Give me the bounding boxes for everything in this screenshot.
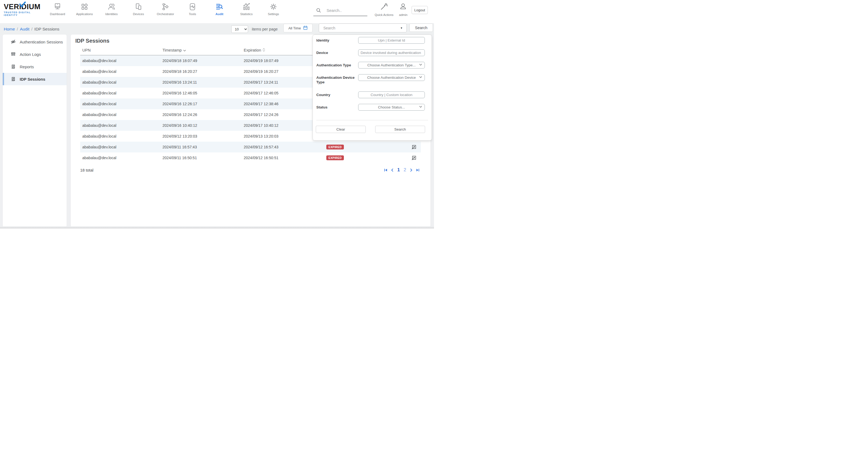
nav-item[interactable]: Audit [206, 2, 233, 20]
nav-item[interactable]: Devices [125, 2, 152, 20]
cell-timestamp: 2024/09/18 18:07:49 [162, 55, 197, 66]
nav-item-icon [134, 2, 143, 11]
filter-field-label: Status [316, 104, 358, 116]
top-nav-bar: VERIDIUM TRUSTED DIGITAL IDENTITY Dashbo… [0, 0, 434, 23]
filter-field-control[interactable] [358, 50, 425, 56]
bottom-fade [0, 226, 434, 228]
user-menu[interactable]: admin [396, 3, 410, 17]
page-size-select[interactable]: 10 [231, 25, 248, 33]
filter-field-control[interactable]: Choose Authentication Type... [358, 62, 425, 68]
filter-field-control[interactable] [358, 37, 425, 44]
pagination-prev-button[interactable] [391, 168, 394, 172]
open-session-button[interactable] [412, 153, 416, 163]
cell-timestamp: 2024/09/18 16:20:27 [162, 66, 197, 77]
cell-timestamp: 2024/09/16 12:46:05 [162, 88, 197, 98]
column-label: UPN [82, 48, 91, 52]
quick-actions-button[interactable]: Quick Actions [375, 3, 394, 17]
cell-upn: ababalau@dev.local [82, 120, 116, 131]
nav-item[interactable]: Applications [71, 2, 98, 20]
filter-fields: Identity Device [316, 37, 432, 116]
table-row[interactable]: ababalau@dev.local 2024/09/11 16:57:43 2… [80, 142, 421, 153]
pagination-page-number[interactable]: 1 [397, 167, 400, 173]
time-filter-button[interactable]: All Time [283, 24, 313, 32]
sort-icon[interactable] [262, 48, 265, 52]
table-column-header[interactable]: Timestamp [162, 48, 186, 52]
filter-text-input[interactable] [359, 50, 425, 56]
filter-select[interactable]: Choose Authentication Type... [359, 63, 425, 67]
filter-field-control[interactable]: Choose Status... [358, 104, 425, 110]
filter-field-row: Device [316, 50, 432, 62]
nav-item-label: Identities [105, 12, 118, 15]
breadcrumb-home-link[interactable]: Home [4, 27, 15, 32]
filter-field-row: Authentication Type Choose Authenticatio… [316, 62, 432, 74]
nav-item-icon [161, 2, 169, 11]
app-window: VERIDIUM TRUSTED DIGITAL IDENTITY Dashbo… [0, 0, 434, 228]
breadcrumb-separator: / [17, 27, 18, 32]
filter-field-control[interactable]: Choose Authentication Device [358, 74, 425, 81]
sidebar-item[interactable]: Action Logs [3, 48, 67, 60]
cell-expiration: 2024/09/12 16:50:51 [244, 153, 278, 163]
filter-text-input[interactable] [359, 37, 425, 44]
column-label: Timestamp [162, 48, 182, 52]
filter-text-input[interactable] [359, 92, 425, 98]
filter-panel: Identity Device [313, 35, 432, 140]
sidebar-item-label: Authentication Sessions [20, 40, 63, 44]
sidebar-item-icon [10, 64, 16, 69]
logout-button[interactable]: Logout [412, 6, 428, 14]
search-filter-placeholder: Search [323, 26, 400, 30]
nav-item-label: Dashboard [50, 12, 65, 15]
sidebar-item[interactable]: Reports [3, 60, 67, 73]
nav-item-icon [215, 2, 223, 11]
nav-item-label: Tools [189, 12, 196, 15]
filter-select[interactable]: Choose Authentication Device [359, 75, 425, 79]
global-search[interactable] [313, 5, 367, 16]
cell-upn: ababalau@dev.local [82, 77, 116, 88]
cell-expiration: 2024/09/17 12:46:05 [244, 88, 278, 98]
filter-search-button[interactable]: Search [375, 126, 425, 133]
filter-field-row: Country [316, 92, 432, 104]
search-filter-dropdown[interactable]: Search ▼ [319, 24, 407, 32]
cell-expiration: 2024/09/12 16:57:43 [244, 142, 278, 153]
cell-timestamp: 2024/09/16 10:40:12 [162, 120, 197, 131]
filter-clear-button[interactable]: Clear [316, 126, 366, 133]
pagination-page-number[interactable]: 2 [403, 167, 407, 173]
brand-check-icon [19, 2, 26, 9]
sidebar-item[interactable]: Authentication Sessions [3, 36, 67, 48]
filter-field-row: Status Choose Status... [316, 104, 432, 116]
cell-upn: ababalau@dev.local [82, 131, 116, 142]
filter-field-label: Country [316, 92, 358, 104]
nav-item[interactable]: Tools [179, 2, 206, 20]
nav-item[interactable]: Settings [260, 2, 287, 20]
nav-item-label: Applications [76, 12, 93, 15]
nav-item-label: Devices [133, 12, 144, 15]
cell-timestamp: 2024/09/16 12:24:26 [162, 109, 197, 120]
cell-upn: ababalau@dev.local [82, 88, 116, 98]
pagination-last-button[interactable] [416, 168, 420, 172]
filter-field-control[interactable] [358, 92, 425, 98]
filter-select[interactable]: Choose Status... [359, 105, 425, 109]
cell-timestamp: 2024/09/11 16:57:43 [162, 142, 197, 153]
nav-item[interactable]: Identities [98, 2, 125, 20]
sidebar-item-icon [10, 39, 16, 44]
breadcrumb-audit-link[interactable]: Audit [20, 27, 29, 32]
table-row[interactable]: ababalau@dev.local 2024/09/11 16:50:51 2… [80, 153, 421, 163]
nav-item[interactable]: Dashboard [44, 2, 71, 20]
filter-field-row: Authentication Device Type Choose Authen… [316, 74, 432, 92]
cell-upn: ababalau@dev.local [82, 98, 116, 109]
cell-timestamp: 2024/09/16 13:24:11 [162, 77, 197, 88]
sidebar-item[interactable]: IDP Sessions [3, 73, 67, 85]
global-search-input[interactable] [326, 8, 368, 13]
pagination-next-button[interactable] [410, 168, 413, 172]
toolbar-search-button[interactable]: Search [409, 24, 433, 32]
nav-item-label: Statistics [240, 12, 253, 15]
table-column-header[interactable]: Expiration [244, 48, 265, 52]
calendar-icon [303, 25, 308, 31]
time-filter-label: All Time [288, 26, 301, 30]
sort-icon[interactable] [183, 48, 186, 52]
brand-logo[interactable]: VERIDIUM TRUSTED DIGITAL IDENTITY [4, 3, 44, 17]
nav-item[interactable]: Statistics [233, 2, 260, 20]
open-session-button[interactable] [412, 142, 416, 153]
nav-item[interactable]: Orchestrator [152, 2, 179, 20]
table-column-header[interactable]: UPN [82, 48, 92, 52]
pagination-first-button[interactable] [384, 168, 388, 172]
